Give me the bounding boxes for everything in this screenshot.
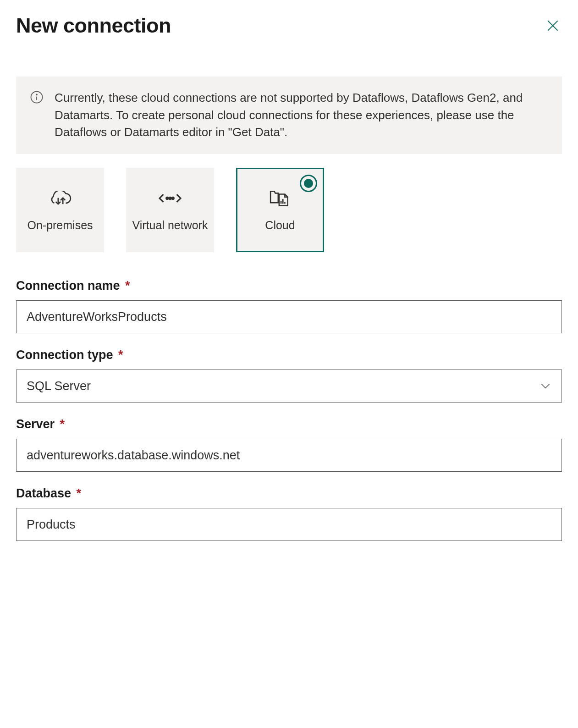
close-icon <box>545 18 560 33</box>
info-banner: Currently, these cloud connections are n… <box>16 77 562 154</box>
selected-indicator <box>300 175 317 192</box>
required-indicator: * <box>125 279 130 292</box>
required-indicator: * <box>77 486 82 500</box>
tile-on-premises[interactable]: On-premises <box>16 168 104 252</box>
tile-label: Virtual network <box>132 218 208 233</box>
select-value: SQL Server <box>27 379 91 393</box>
server-label: Server * <box>16 417 562 431</box>
svg-point-4 <box>36 94 37 95</box>
svg-point-9 <box>172 197 174 199</box>
page-title: New connection <box>16 14 171 38</box>
tile-cloud[interactable]: Cloud <box>236 168 324 252</box>
cloud-file-icon <box>269 187 292 210</box>
tile-label: On-premises <box>27 218 93 233</box>
svg-point-8 <box>169 197 171 199</box>
connection-type-group: Connection type * SQL Server <box>16 348 562 403</box>
database-label: Database * <box>16 486 562 501</box>
dialog-header: New connection <box>16 14 562 38</box>
connection-type-label: Connection type * <box>16 348 562 362</box>
connection-type-select[interactable]: SQL Server <box>16 370 562 403</box>
tile-virtual-network[interactable]: Virtual network <box>126 168 214 252</box>
tile-label: Cloud <box>265 218 295 233</box>
server-group: Server * <box>16 417 562 472</box>
network-icon <box>159 187 182 210</box>
close-button[interactable] <box>544 17 562 35</box>
database-group: Database * <box>16 486 562 541</box>
svg-point-7 <box>166 197 168 199</box>
connection-name-input[interactable] <box>16 300 562 333</box>
cloud-download-icon <box>49 187 72 210</box>
required-indicator: * <box>60 417 65 431</box>
info-text: Currently, these cloud connections are n… <box>55 89 548 141</box>
connection-name-group: Connection name * <box>16 279 562 333</box>
info-icon <box>30 90 44 104</box>
chevron-down-icon <box>539 380 551 392</box>
connection-name-label: Connection name * <box>16 279 562 293</box>
connection-type-tiles: On-premises Virtual network <box>16 168 562 252</box>
required-indicator: * <box>118 348 123 362</box>
database-input[interactable] <box>16 508 562 541</box>
server-input[interactable] <box>16 439 562 472</box>
